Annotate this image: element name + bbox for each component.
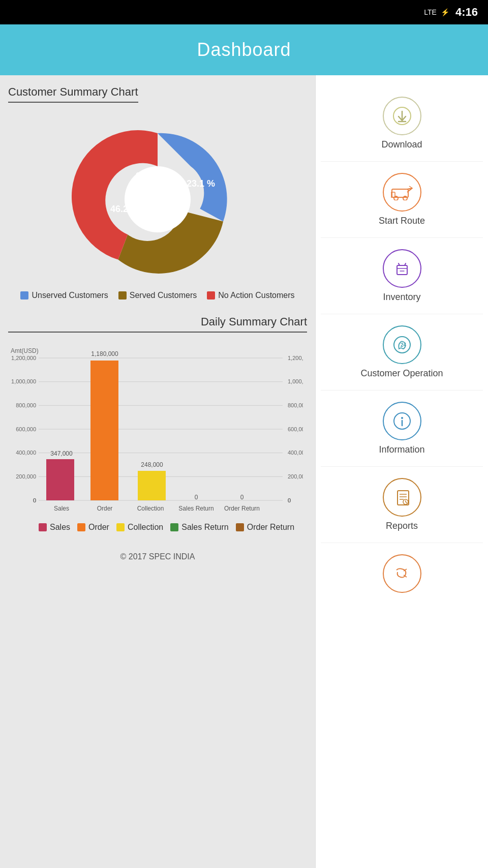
label-noaction: 23.1 % xyxy=(187,178,215,189)
download-svg xyxy=(392,106,412,126)
legend-color-noaction xyxy=(207,291,215,300)
app-bar: Dashboard xyxy=(0,24,488,75)
bar-legend-orderreturn: Order Return xyxy=(236,523,294,532)
y-tick-1000: 1,000,000 xyxy=(11,378,36,384)
y-axis-label: Amt(USD) xyxy=(11,347,39,354)
nav-label-reports: Reports xyxy=(386,521,418,531)
bar-collection xyxy=(138,471,166,500)
nav-item-extra[interactable] xyxy=(321,543,483,608)
x-cat-orderreturn: Order Return xyxy=(224,505,260,512)
legend-color-unserved xyxy=(20,291,28,300)
x-cat-salesreturn: Sales Return xyxy=(178,505,214,512)
bar-legend: Sales Order Collection Sales Return Orde… xyxy=(8,523,307,532)
legend-label-served: Served Customers xyxy=(130,291,197,300)
bar-legend-sales: Sales xyxy=(39,523,70,532)
x-cat-collection: Collection xyxy=(137,505,164,512)
y-tick-400: 400,000 xyxy=(16,450,36,456)
legend-label-unserved: Unserved Customers xyxy=(32,291,108,300)
y-tick-r-200: 200,000 xyxy=(288,473,303,480)
nav-label-start-route: Start Route xyxy=(379,216,425,226)
extra-icon xyxy=(383,554,421,593)
y-tick-r-1200: 1,200,000 xyxy=(288,355,303,361)
reports-icon xyxy=(383,478,421,517)
nav-label-download: Download xyxy=(381,139,422,150)
x-cat-order: Order xyxy=(97,505,113,512)
extra-svg xyxy=(392,564,412,583)
donut-chart-svg: 46.2 % 30.8 % 23.1 % xyxy=(71,113,244,286)
bar-label-salesreturn: 0 xyxy=(195,494,198,501)
left-panel: Customer Summary Chart xyxy=(0,75,315,868)
status-bar: LTE ⚡ 4:16 xyxy=(0,0,488,24)
svg-text:24: 24 xyxy=(401,342,407,348)
nav-item-information[interactable]: Information xyxy=(321,391,483,467)
customer-operation-icon: 24 xyxy=(383,325,421,364)
legend-label-noaction: No Action Customers xyxy=(218,291,294,300)
nav-item-reports[interactable]: Reports xyxy=(321,467,483,543)
right-panel: Download Start Route xyxy=(315,75,488,868)
y-tick-r-600: 600,000 xyxy=(288,426,303,432)
copyright: © 2017 SPEC INDIA xyxy=(8,552,307,572)
svg-text:0: 0 xyxy=(288,497,291,503)
label-unserved: 46.2 % xyxy=(110,204,139,214)
bar-sales xyxy=(46,459,74,500)
svg-rect-18 xyxy=(397,265,407,275)
app-title: Dashboard xyxy=(197,39,291,61)
bar-chart-svg: Amt(USD) 1,200,000 1,000,000 800,000 600… xyxy=(8,343,303,516)
y-tick-600: 600,000 xyxy=(16,426,36,432)
bar-legend-order: Order xyxy=(77,523,109,532)
reports-svg xyxy=(392,488,412,507)
daily-chart-title: Daily Summary Chart xyxy=(8,315,307,333)
route-svg xyxy=(391,184,413,200)
legend-color-served xyxy=(118,291,127,300)
label-served: 30.8 % xyxy=(136,171,164,181)
status-icons: LTE ⚡ xyxy=(424,8,449,16)
bar-label-order: 1,180,000 xyxy=(91,350,118,357)
battery-icon: ⚡ xyxy=(441,8,449,16)
y-tick-r-800: 800,000 xyxy=(288,402,303,408)
main-content: Customer Summary Chart xyxy=(0,75,488,868)
y-tick-r-400: 400,000 xyxy=(288,450,303,456)
bar-label-sales: 347,000 xyxy=(50,450,73,457)
information-icon xyxy=(383,402,421,440)
bar-chart-container: Amt(USD) 1,200,000 1,000,000 800,000 600… xyxy=(8,343,307,537)
y-tick-r-1000: 1,000,000 xyxy=(288,378,303,384)
legend-item-unserved: Unserved Customers xyxy=(20,291,108,300)
bar-legend-collection: Collection xyxy=(116,523,163,532)
lte-icon: LTE xyxy=(424,8,437,16)
nav-label-information: Information xyxy=(379,444,424,455)
y-tick-1200: 1,200,000 xyxy=(11,355,36,361)
customer-svg: 24 xyxy=(392,335,412,355)
nav-item-customer-operation[interactable]: 24 Customer Operation xyxy=(321,314,483,391)
legend-item-served: Served Customers xyxy=(118,291,197,300)
status-time: 4:16 xyxy=(455,6,478,19)
nav-item-download[interactable]: Download xyxy=(321,85,483,162)
info-svg xyxy=(392,411,412,431)
y-tick-200: 200,000 xyxy=(16,473,36,480)
legend-item-noaction: No Action Customers xyxy=(207,291,294,300)
nav-label-inventory: Inventory xyxy=(383,292,420,303)
nav-item-inventory[interactable]: Inventory xyxy=(321,238,483,314)
inventory-icon xyxy=(383,249,421,288)
start-route-icon xyxy=(383,173,421,212)
download-icon xyxy=(383,97,421,135)
y-tick-800: 800,000 xyxy=(16,402,36,408)
inventory-svg xyxy=(392,259,412,278)
bar-order xyxy=(90,361,118,500)
bar-label-collection: 248,000 xyxy=(141,461,163,468)
donut-legend: Unserved Customers Served Customers No A… xyxy=(20,291,294,300)
donut-chart-container: 46.2 % 30.8 % 23.1 % Unserved Customers … xyxy=(8,113,307,300)
nav-item-start-route[interactable]: Start Route xyxy=(321,162,483,238)
bar-legend-salesreturn: Sales Return xyxy=(170,523,229,532)
svg-text:0: 0 xyxy=(33,497,36,503)
customer-chart-title: Customer Summary Chart xyxy=(8,85,138,103)
svg-point-26 xyxy=(401,417,403,419)
bar-label-orderreturn: 0 xyxy=(240,494,244,501)
x-cat-sales: Sales xyxy=(54,505,69,512)
nav-label-customer-operation: Customer Operation xyxy=(360,368,443,379)
